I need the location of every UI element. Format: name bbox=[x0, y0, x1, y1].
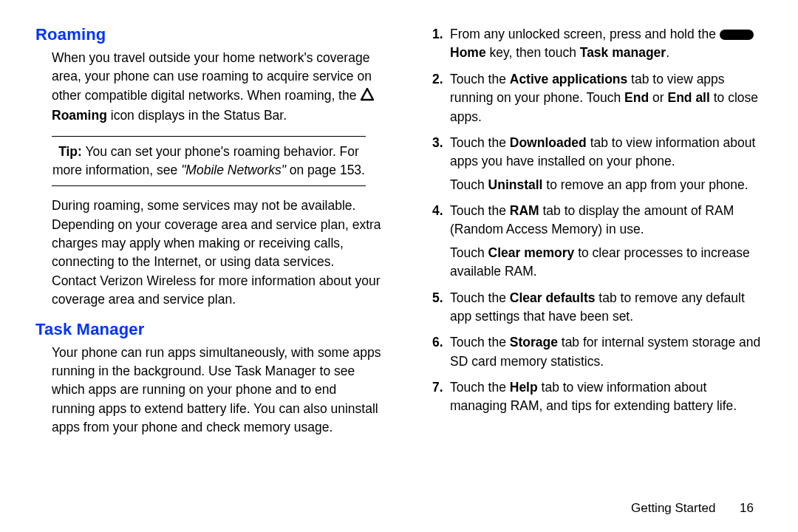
text: Clear defaults bbox=[510, 290, 596, 305]
task-manager-steps: 1. From any unlocked screen, press and h… bbox=[432, 25, 763, 416]
page-number: 16 bbox=[740, 501, 754, 515]
step-number: 3. bbox=[432, 134, 450, 194]
text: Touch the bbox=[450, 203, 510, 218]
step-number: 6. bbox=[432, 333, 450, 371]
text: Storage bbox=[510, 335, 558, 349]
text: End all bbox=[667, 90, 709, 105]
text: Touch the bbox=[450, 335, 510, 349]
heading-task-manager: Task Manager bbox=[35, 320, 382, 339]
text: to remove an app from your phone. bbox=[542, 177, 748, 192]
step-number: 7. bbox=[432, 378, 450, 416]
step-1: 1. From any unlocked screen, press and h… bbox=[432, 25, 763, 63]
step-number: 1. bbox=[432, 25, 450, 63]
text: Touch bbox=[450, 177, 488, 192]
text: Help bbox=[510, 380, 538, 395]
text: Clear memory bbox=[488, 245, 575, 260]
step-5: 5. Touch the Clear defaults tab to remov… bbox=[432, 289, 763, 327]
text: Touch the bbox=[450, 72, 510, 86]
text: Task manager bbox=[580, 45, 666, 60]
tip-roaming: Tip: You can set your phone's roaming be… bbox=[52, 136, 366, 187]
step-number: 4. bbox=[432, 202, 450, 282]
text: End bbox=[624, 90, 649, 105]
step-7: 7. Touch the Help tab to view informatio… bbox=[432, 378, 763, 416]
text: on page 153. bbox=[286, 163, 365, 177]
step-2: 2. Touch the Active applications tab to … bbox=[432, 70, 763, 126]
tip-label: Tip: bbox=[58, 144, 82, 159]
text: Uninstall bbox=[488, 177, 543, 192]
text: RAM bbox=[510, 203, 539, 218]
text: Touch the bbox=[450, 380, 510, 395]
text: When you travel outside your home networ… bbox=[52, 50, 372, 103]
text: Touch the bbox=[450, 290, 510, 305]
text: Touch the bbox=[450, 135, 510, 150]
heading-roaming: Roaming bbox=[35, 25, 382, 44]
step-6: 6. Touch the Storage tab for internal sy… bbox=[432, 333, 763, 371]
text: Active applications bbox=[510, 72, 628, 86]
text: or bbox=[649, 90, 667, 105]
text: Downloaded bbox=[510, 135, 587, 150]
text: key, then touch bbox=[486, 45, 580, 60]
roaming-details: During roaming, some services may not be… bbox=[52, 197, 382, 309]
text: icon displays in the Status Bar. bbox=[107, 108, 287, 123]
text: . bbox=[666, 45, 669, 60]
page-footer: Getting Started 16 bbox=[631, 501, 754, 516]
roaming-intro: When you travel outside your home networ… bbox=[52, 49, 382, 126]
roaming-icon bbox=[360, 88, 375, 106]
section-name: Getting Started bbox=[631, 501, 715, 515]
text: Roaming bbox=[52, 108, 107, 123]
text: Home bbox=[450, 45, 486, 60]
step-number: 2. bbox=[432, 70, 450, 126]
text: Touch bbox=[450, 245, 488, 260]
step-number: 5. bbox=[432, 289, 450, 327]
text: From any unlocked screen, press and hold… bbox=[450, 27, 720, 41]
home-key-icon bbox=[720, 30, 754, 40]
task-manager-intro: Your phone can run apps simultaneously, … bbox=[52, 344, 382, 437]
cross-ref: "Mobile Networks" bbox=[181, 163, 286, 177]
step-4: 4. Touch the RAM tab to display the amou… bbox=[432, 202, 763, 282]
step-3: 3. Touch the Downloaded tab to view info… bbox=[432, 134, 763, 194]
